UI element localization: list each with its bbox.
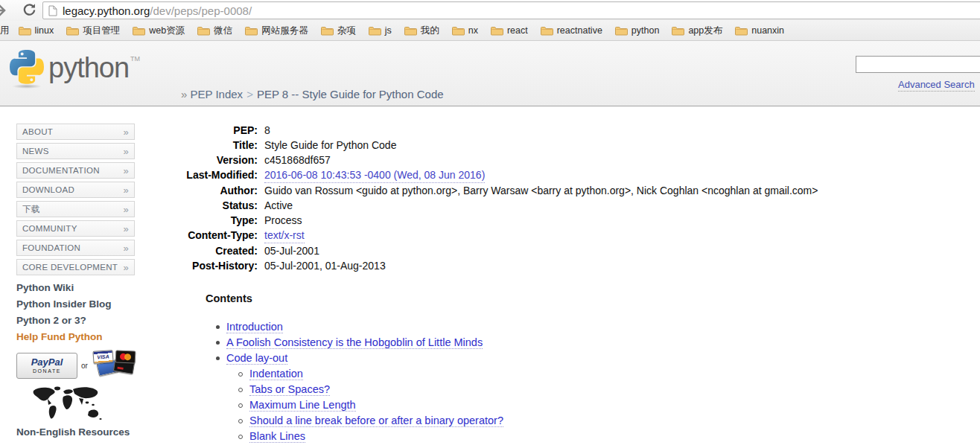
chevron-right-icon: » (123, 185, 129, 196)
bookmark-folder[interactable]: 我的 (404, 25, 439, 37)
toc-link[interactable]: Introduction (226, 321, 283, 333)
bullet-icon (238, 372, 243, 377)
toc-link[interactable]: Tabs or Spaces? (249, 383, 330, 396)
bookmark-label: app发布 (688, 25, 722, 37)
sidebar-item-documentation[interactable]: DOCUMENTATION » (16, 162, 135, 179)
bullet-icon (238, 435, 243, 439)
pep-meta-link[interactable]: text/x-rst (264, 228, 305, 243)
bookmark-folder[interactable]: react (491, 25, 528, 36)
sidebar-link-python-insider-blog[interactable]: Python Insider Blog (16, 299, 147, 310)
bookmark-folder[interactable]: 微信 (197, 25, 232, 37)
folder-icon (66, 26, 79, 36)
toc-item: Code lay-out (211, 351, 503, 366)
bullet-icon (238, 403, 243, 408)
folder-icon (404, 26, 417, 36)
toc-link[interactable]: A Foolish Consistency is the Hobgoblin o… (226, 336, 483, 349)
bookmark-folder[interactable]: nuanxin (735, 25, 784, 36)
bookmark-folder[interactable]: js (369, 25, 392, 36)
bullet-icon (216, 356, 220, 360)
non-english-resources-label[interactable]: Non-English Resources (16, 426, 130, 438)
pep-meta-value: c451868df657 (264, 153, 331, 167)
bullet-icon (216, 325, 220, 329)
pep-meta-link[interactable]: 2016-06-08 10:43:53 -0400 (Wed, 08 Jun 2… (264, 167, 485, 183)
bookmark-label: 杂项 (337, 25, 356, 37)
page-icon (48, 5, 57, 16)
python-logo[interactable]: python TM (10, 50, 140, 86)
toc-item: Should a line break before or after a bi… (211, 413, 503, 429)
paypal-logo: PayPal (17, 356, 77, 368)
pep-metadata-table: PEP: 8 Title: Style Guide for Python Cod… (182, 123, 818, 273)
bookmark-label: reactnative (557, 25, 602, 36)
bookmark-label: 我的 (421, 25, 439, 37)
contents-heading: Contents (206, 292, 252, 304)
bookmark-label-partial[interactable]: 用 (0, 25, 10, 37)
mastercard-icon (115, 350, 136, 363)
folder-icon (245, 26, 258, 36)
sidebar-item-community[interactable]: COMMUNITY » (16, 220, 135, 237)
toc-link[interactable]: Indentation (249, 368, 303, 380)
sidebar-link-python-2-or-3[interactable]: Python 2 or 3? (16, 316, 147, 326)
folder-icon (541, 26, 553, 36)
folder-icon (19, 26, 31, 36)
bookmark-folder[interactable]: nx (452, 25, 478, 36)
sidebar-link-python-wiki[interactable]: Python Wiki (16, 283, 147, 293)
bullet-icon (238, 419, 243, 423)
breadcrumb-current[interactable]: PEP 8 -- Style Guide for Python Code (257, 88, 444, 100)
sidebar-quick-links: Python WikiPython Insider BlogPython 2 o… (16, 283, 147, 348)
bookmark-label: react (507, 25, 528, 36)
pep-meta-row: Version: c451868df657 (182, 153, 818, 167)
bookmark-label: linux (35, 25, 54, 36)
sidebar-link-help-fund-python[interactable]: Help Fund Python (16, 332, 147, 342)
pep-meta-row: Post-History: 05-Jul-2001, 01-Aug-2013 (182, 258, 818, 273)
or-label: or (81, 362, 88, 370)
pep-meta-label: PEP: (182, 123, 258, 138)
bookmark-folder[interactable]: 杂项 (321, 25, 356, 37)
toc-item: Maximum Line Length (211, 397, 503, 413)
bookmark-folder[interactable]: 网站服务器 (245, 25, 308, 37)
chevron-right-icon: » (123, 223, 129, 234)
folder-icon (197, 26, 210, 36)
breadcrumb-pep-index[interactable]: PEP Index (191, 88, 244, 100)
sidebar-item-download[interactable]: DOWNLOAD » (16, 182, 135, 198)
chevron-right-icon: » (123, 165, 129, 176)
pep-meta-value: 05-Jul-2001 (264, 243, 319, 258)
sidebar-item-download-cn[interactable]: 下载 » (16, 201, 135, 217)
sidebar-item-news[interactable]: NEWS » (16, 143, 135, 159)
search-input[interactable] (856, 56, 980, 73)
toc-link[interactable]: Should a line break before or after a bi… (249, 415, 503, 427)
bookmark-folder[interactable]: python (615, 25, 660, 36)
pep-meta-label: Created: (182, 243, 258, 258)
reload-icon[interactable] (22, 2, 37, 18)
nav-label: ABOUT (22, 127, 53, 136)
bookmark-folder[interactable]: web资源 (133, 25, 185, 37)
bullet-icon (216, 341, 220, 345)
pep-meta-label: Type: (182, 213, 258, 228)
bookmark-folder[interactable]: 项目管理 (66, 25, 120, 37)
folder-icon (615, 26, 628, 36)
address-bar[interactable]: legacy.python.org/dev/peps/pep-0008/ (42, 1, 980, 19)
bookmark-folder[interactable]: linux (19, 25, 54, 36)
toc-link[interactable]: Code lay-out (226, 352, 287, 365)
toc-link[interactable]: Blank Lines (249, 430, 305, 443)
advanced-search-link[interactable]: Advanced Search (898, 79, 975, 92)
pep-meta-row: Title: Style Guide for Python Code (182, 138, 818, 153)
toc-link[interactable]: Maximum Line Length (249, 399, 356, 412)
site-header: python TM » PEP Index>PEP 8 -- Style Gui… (0, 41, 980, 106)
world-map-image[interactable] (30, 385, 104, 425)
pep-meta-label: Version: (182, 153, 258, 167)
paypal-donate-button[interactable]: PayPal DONATE (16, 353, 77, 379)
chevron-right-icon: » (123, 204, 129, 215)
nav-label: CORE DEVELOPMENT (22, 263, 118, 272)
bookmark-folder[interactable]: app发布 (672, 25, 722, 37)
sidebar-item-about[interactable]: ABOUT » (16, 124, 135, 140)
pep-meta-row: Content-Type: text/x-rst (182, 228, 818, 243)
sidebar-item-core-development[interactable]: CORE DEVELOPMENT » (16, 259, 135, 275)
credit-cards-image[interactable]: VISA (92, 351, 138, 380)
bookmark-folder[interactable]: reactnative (541, 25, 602, 36)
sidebar-item-foundation[interactable]: FOUNDATION » (16, 240, 135, 256)
pep-meta-row: Created: 05-Jul-2001 (182, 243, 818, 258)
forward-icon[interactable] (0, 2, 10, 19)
pep-meta-row: PEP: 8 (182, 123, 818, 138)
visa-label: VISA (97, 353, 109, 359)
python-wordmark: python (48, 50, 129, 86)
